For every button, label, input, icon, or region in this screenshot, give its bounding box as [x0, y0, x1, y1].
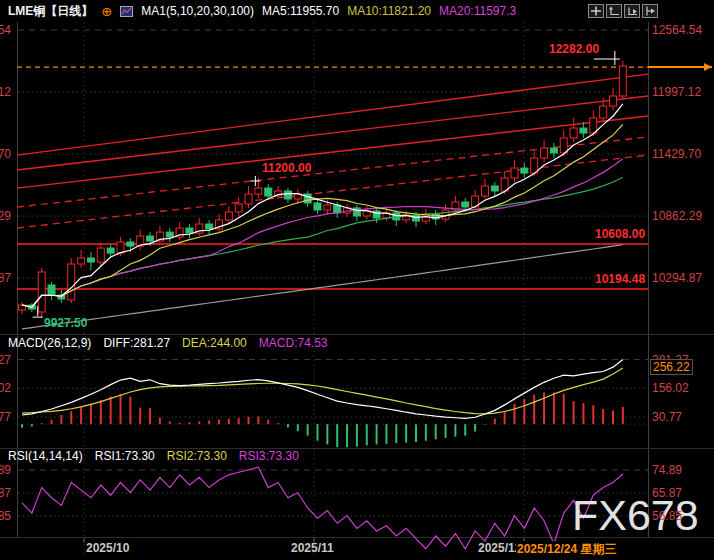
- annotation-high-12282: 12282.00: [549, 42, 599, 56]
- candle-up: [245, 194, 252, 204]
- y-axis-label-left: 10862.29: [0, 209, 11, 223]
- y-axis-label: 65.87: [652, 486, 682, 500]
- macd-diff-value: DIFF:281.27: [103, 336, 170, 350]
- candle-down: [314, 203, 321, 210]
- chart-type-icon[interactable]: [120, 6, 133, 17]
- candle-down: [107, 248, 114, 253]
- macd-title: MACD(26,12,9): [8, 336, 91, 350]
- candle-down: [265, 188, 272, 196]
- candle-down: [521, 168, 528, 173]
- candle-down: [206, 224, 213, 229]
- annotation-high-11200: 11200.00: [262, 161, 311, 175]
- left-axis-clip: 12564.5411997.1211429.7010862.2910294.87…: [0, 0, 12, 560]
- candle-down: [147, 236, 154, 241]
- y-axis-label-left: 65.87: [0, 486, 11, 500]
- last-price-marker: [704, 63, 712, 71]
- candle-down: [491, 186, 498, 191]
- candle-up: [481, 186, 488, 196]
- macd-label-row: MACD(26,12,9) DIFF:281.27 DEA:244.00 MAC…: [8, 336, 328, 350]
- y-axis-label: 30.77: [652, 410, 682, 424]
- y-axis-label-left: 12564.54: [0, 23, 11, 37]
- annotation-low-9927: 9927.50: [44, 316, 87, 330]
- trend-dashed-line: [17, 155, 648, 228]
- y-axis-label-left: 11997.12: [0, 85, 11, 99]
- candle-up: [511, 168, 518, 178]
- y-axis-label: 10862.29: [652, 209, 702, 223]
- candle-up: [560, 138, 567, 153]
- support-label-10194: 10194.48: [595, 272, 645, 286]
- candle-up: [78, 258, 85, 264]
- ma-group-label: MA1(5,10,20,30,100): [141, 4, 254, 18]
- candle-down: [550, 148, 557, 153]
- y-axis-label: 56.85: [652, 509, 682, 523]
- trend-line: [17, 74, 648, 155]
- macd-value: MACD:74.53: [259, 336, 328, 350]
- candle-down: [186, 228, 193, 233]
- ma20-value: MA20:11597.3: [439, 4, 516, 18]
- add-indicator-icon[interactable]: ⊕: [101, 4, 112, 19]
- current-date-label: 2025/12/24 星期三: [516, 541, 617, 558]
- candle-down: [166, 232, 173, 237]
- ma10-line: [22, 124, 623, 307]
- candle-up: [97, 248, 104, 262]
- candle-up: [235, 204, 242, 212]
- date-label-oct: 2025/10: [86, 541, 129, 555]
- candle-up: [590, 118, 597, 133]
- rsi1-value: RSI1:73.30: [95, 449, 155, 463]
- y-axis-label: 156.02: [652, 381, 689, 395]
- candle-up: [225, 212, 232, 220]
- candle-up: [610, 96, 617, 106]
- candle-up: [619, 66, 626, 96]
- candle-down: [127, 242, 134, 246]
- date-label-dec: 2025/12: [478, 541, 521, 555]
- y-axis-label: 11429.70: [652, 147, 701, 161]
- y-axis-label: 12564.54: [652, 23, 702, 37]
- candle-up: [600, 106, 607, 118]
- trend-line: [17, 96, 648, 170]
- candle-down: [48, 285, 55, 295]
- y-axis-label-left: 56.85: [0, 509, 11, 523]
- candle-up: [570, 128, 577, 138]
- macd-dea-value: DEA:244.00: [182, 336, 247, 350]
- rsi3-value: RSI3:73.30: [239, 449, 299, 463]
- y-axis-label: 11997.12: [652, 85, 701, 99]
- candle-up: [68, 264, 75, 300]
- candle-up: [38, 272, 45, 312]
- candle-up: [117, 242, 124, 253]
- diff-line: [22, 360, 623, 419]
- candle-up: [541, 148, 548, 158]
- ma10-value: MA10:11821.20: [347, 4, 431, 18]
- y-axis-label: 10294.87: [652, 271, 702, 285]
- pan-right-icon[interactable]: [642, 4, 658, 18]
- trend-dashed-line: [17, 137, 648, 207]
- y-axis-label-left: 10294.87: [0, 271, 11, 285]
- macd-latest-badge: 256.22: [650, 359, 693, 375]
- candle-up: [324, 205, 331, 210]
- y-axis-label-left: 156.02: [0, 381, 11, 395]
- candle-down: [580, 128, 587, 133]
- zoom-x-axis-icon[interactable]: [624, 4, 640, 18]
- chart-window: LME铜【日线】 ⊕ MA1(5,10,20,30,100) MA5:11955…: [0, 0, 714, 560]
- y-axis-label: 74.89: [652, 463, 682, 477]
- y-axis-label-left: 11429.70: [0, 147, 11, 161]
- ma5-value: MA5:11955.70: [262, 4, 339, 18]
- ma100-line: [22, 245, 623, 329]
- rsi2-value: RSI2:73.30: [167, 449, 227, 463]
- rsi-title: RSI(14,14,14): [8, 449, 83, 463]
- rsi-line: [22, 467, 623, 549]
- chart-toolbar: [588, 4, 658, 18]
- date-axis: 2025/10 2025/11 2025/12 2025/12/24 星期三: [0, 538, 714, 560]
- candle-up: [442, 210, 449, 219]
- candle-down: [284, 191, 291, 199]
- candle-down: [87, 258, 94, 262]
- y-axis-label-left: 30.77: [0, 410, 11, 424]
- zoom-y-axis-icon[interactable]: [606, 4, 622, 18]
- candle-up: [255, 188, 262, 194]
- candle-down: [462, 202, 469, 207]
- y-axis-label-left: 281.27: [0, 353, 11, 367]
- symbol-title: LME铜【日线】: [8, 3, 93, 20]
- rsi-label-row: RSI(14,14,14) RSI1:73.30 RSI2:73.30 RSI3…: [8, 449, 299, 463]
- crosshair-move-icon[interactable]: [588, 4, 604, 18]
- date-label-nov: 2025/11: [291, 541, 334, 555]
- y-axis-label-left: 74.89: [0, 463, 11, 477]
